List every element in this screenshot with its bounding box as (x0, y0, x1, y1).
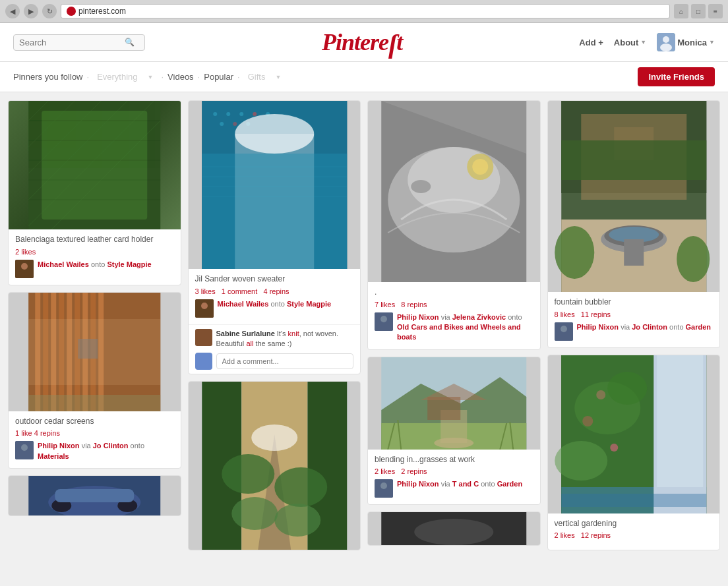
comment-input[interactable] (216, 353, 354, 369)
pinner-info: Michael Wailes onto Style Magpie (38, 260, 152, 270)
pin-image[interactable] (189, 382, 361, 550)
repins-count[interactable]: 4 repins (34, 429, 60, 437)
pinner-avatar[interactable] (195, 299, 214, 318)
svg-rect-51 (202, 154, 347, 269)
menu-button[interactable]: ≡ (708, 4, 723, 18)
gifts-link[interactable]: Gifts ▼ (244, 72, 286, 82)
everything-dropdown-arrow: ▼ (148, 74, 154, 80)
repins-count[interactable]: 4 repins (263, 287, 289, 295)
pin-title: vertical gardening (555, 519, 713, 529)
pin-user: Philip Nixon via Jelena Zivkovic onto Ol… (375, 312, 533, 343)
url-bar[interactable]: pinterest.com (61, 4, 670, 18)
pinner-name-link[interactable]: Philip Nixon (397, 313, 439, 321)
likes-count[interactable]: 2 likes (375, 467, 395, 475)
pinner-avatar[interactable] (375, 312, 393, 331)
invite-friends-button[interactable]: Invite Friends (638, 67, 715, 86)
pin-image[interactable] (9, 101, 181, 229)
board-link[interactable]: Style Magpie (287, 300, 331, 308)
likes-count[interactable]: 8 likes (555, 310, 575, 318)
commenter-name[interactable]: Sabine Surlalune (216, 330, 275, 337)
pin-title: . (375, 287, 533, 298)
everything-link[interactable]: Everything ▼ (93, 72, 157, 82)
pinner-name-link[interactable]: Michael Wailes (218, 300, 269, 308)
pin-image[interactable] (9, 476, 181, 515)
via-link[interactable]: T and C (452, 480, 479, 488)
comment-link-knit[interactable]: knit (288, 330, 299, 337)
pinner-info: Philip Nixon via T and C onto Garden (397, 479, 522, 489)
pin-image[interactable] (368, 357, 540, 450)
highlight-link-work[interactable]: work (458, 455, 475, 464)
user-dropdown-arrow: ▼ (709, 39, 715, 45)
site-logo: Pintereſt (322, 28, 402, 56)
likes-count[interactable]: 3 likes (195, 287, 216, 295)
home-button[interactable]: ⌂ (674, 4, 688, 18)
pin-image[interactable] (368, 512, 540, 545)
board-link[interactable]: Garden (497, 480, 523, 488)
repins-count[interactable]: 11 repins (581, 310, 611, 318)
pin-info: outdoor cedar screens 1 like 4 repins Ph… (9, 411, 181, 468)
popular-link[interactable]: Popular (204, 72, 233, 82)
pinner-name-link[interactable]: Philip Nixon (38, 442, 80, 450)
add-button[interactable]: Add + (579, 38, 603, 47)
comments-count[interactable]: 1 comment (222, 287, 257, 295)
pin-image[interactable] (189, 101, 361, 269)
repins-count[interactable]: 8 repins (401, 301, 427, 308)
pin-image[interactable] (548, 101, 720, 292)
svg-point-63 (222, 454, 274, 494)
likes-count[interactable]: 2 likes (15, 248, 36, 256)
pin-stats: 2 likes 12 repins (555, 531, 713, 539)
repins-count[interactable]: 12 repins (581, 531, 611, 539)
pin-title: fountain bubbler (555, 297, 713, 308)
back-button[interactable]: ◀ (5, 4, 20, 18)
svg-point-44 (253, 112, 257, 116)
likes-count[interactable]: 2 likes (555, 531, 575, 539)
svg-point-42 (226, 112, 230, 116)
pinner-name-link[interactable]: Philip Nixon (397, 480, 439, 488)
svg-point-88 (380, 483, 387, 489)
pinner-name-link[interactable]: Michael Wailes (38, 260, 89, 268)
videos-link[interactable]: Videos (167, 72, 194, 82)
svg-point-99 (677, 236, 710, 282)
user-menu-button[interactable]: Monica ▼ (657, 33, 715, 51)
comment-link-all[interactable]: all (246, 339, 253, 347)
pin-image[interactable] (368, 101, 540, 282)
pinner-avatar[interactable] (375, 479, 393, 498)
pin-user: Michael Wailes onto Style Magpie (195, 299, 354, 318)
svg-rect-31 (28, 395, 160, 411)
pin-image[interactable] (548, 355, 720, 513)
pinner-avatar[interactable] (15, 260, 34, 278)
pinner-info: Philip Nixon via Jelena Zivkovic onto Ol… (397, 312, 533, 343)
pin-title: Balenciaga textured leather card holder (15, 235, 174, 245)
svg-rect-30 (78, 339, 98, 359)
masonry-grid: Balenciaga textured leather card holder … (0, 92, 728, 558)
screenshot-button[interactable]: □ (691, 4, 706, 18)
forward-button[interactable]: ▶ (24, 4, 38, 18)
likes-count[interactable]: 1 like (15, 429, 32, 437)
board-link[interactable]: Style Magpie (107, 260, 151, 268)
pinner-name-link[interactable]: Philip Nixon (577, 323, 619, 331)
highlight-link[interactable]: in (407, 455, 413, 464)
repins-count[interactable]: 2 repins (401, 467, 427, 475)
via-link[interactable]: Jo Clinton (93, 442, 129, 450)
via-link[interactable]: Jelena Zivkovic (452, 313, 506, 321)
board-link[interactable]: Materials (38, 452, 69, 460)
pin-info: blending in...grasses at work 2 likes 2 … (368, 450, 540, 505)
pin-image[interactable] (9, 293, 181, 411)
board-link[interactable]: Garden (686, 323, 712, 331)
likes-count[interactable]: 7 likes (375, 301, 395, 308)
svg-point-33 (21, 444, 28, 451)
masonry-col-2: Jil Sander woven sweater 3 likes 1 comme… (188, 100, 361, 550)
search-input[interactable] (19, 38, 125, 47)
highlight-link-at[interactable]: at (449, 455, 456, 464)
svg-rect-4 (42, 111, 147, 220)
search-box[interactable]: 🔍 (13, 34, 145, 51)
pin-info: fountain bubbler 8 likes 11 repins Phili… (548, 292, 720, 347)
svg-point-17 (21, 263, 28, 270)
about-button[interactable]: About ▼ (614, 38, 646, 47)
pinner-avatar[interactable] (555, 322, 573, 341)
via-link[interactable]: Jo Clinton (632, 323, 667, 331)
pinners-you-follow-link[interactable]: Pinners you follow (13, 72, 83, 82)
pinner-avatar[interactable] (15, 441, 34, 459)
reload-button[interactable]: ↻ (42, 4, 57, 18)
board-link[interactable]: Old Cars and Bikes and Wheels and boats (397, 323, 521, 341)
